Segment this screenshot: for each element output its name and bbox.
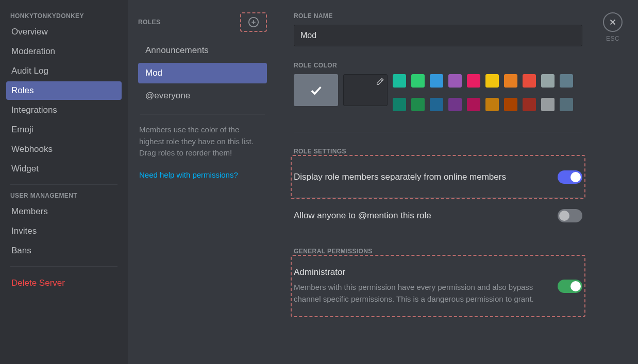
general-permissions-header: GENERAL PERMISSIONS (294, 248, 618, 255)
role-settings-header: ROLE SETTINGS (294, 148, 618, 155)
close-icon (608, 18, 617, 27)
color-swatch[interactable] (523, 74, 536, 88)
role-color-label: ROLE COLOR (294, 62, 618, 69)
role-name-label: ROLE NAME (294, 12, 618, 20)
color-swatch[interactable] (504, 98, 517, 111)
setting-allow-mention: Allow anyone to @mention this role (294, 198, 582, 234)
color-swatch[interactable] (411, 74, 425, 88)
roles-header-label: ROLES (138, 19, 160, 26)
user-management-header: USER MANAGEMENT (6, 192, 122, 202)
color-swatch[interactable] (467, 74, 480, 88)
nav-audit-log[interactable]: Audit Log (6, 62, 122, 80)
color-swatch[interactable] (560, 74, 573, 88)
sidebar-separator-2 (10, 266, 117, 267)
color-swatch[interactable] (523, 98, 536, 111)
color-palette (393, 74, 573, 116)
tutorial-highlight (291, 255, 585, 317)
nav-moderation[interactable]: Moderation (6, 42, 122, 61)
role-name-input[interactable] (294, 25, 582, 46)
color-swatch[interactable] (541, 74, 555, 88)
tutorial-highlight (291, 155, 585, 199)
color-swatch[interactable] (411, 98, 425, 111)
color-swatch[interactable] (393, 74, 406, 88)
color-swatch[interactable] (541, 98, 555, 111)
color-swatch[interactable] (448, 74, 462, 88)
color-swatch[interactable] (467, 98, 480, 111)
color-swatch[interactable] (485, 98, 499, 111)
color-default-swatch[interactable] (294, 74, 338, 106)
color-swatch[interactable] (430, 74, 443, 88)
roles-separator (140, 114, 265, 115)
color-swatch[interactable] (485, 74, 499, 88)
role-name-section: ROLE NAME (294, 12, 618, 46)
close-button[interactable] (603, 12, 623, 32)
nav-invites[interactable]: Invites (6, 222, 122, 240)
sidebar-separator (10, 184, 117, 185)
permissions-help-link[interactable]: Need help with permissions? (138, 170, 267, 179)
role-item-everyone[interactable]: @everyone (138, 85, 267, 106)
role-item-mod[interactable]: Mod (138, 63, 267, 83)
panel-divider (294, 132, 582, 132)
setting-display-separately: Display role members separately from onl… (294, 157, 582, 197)
color-swatch[interactable] (448, 98, 462, 111)
check-icon (309, 83, 323, 97)
server-name-header: HONKYTONKYDONKEY (6, 12, 122, 23)
color-custom-swatch[interactable] (343, 74, 388, 106)
eyedropper-icon (376, 78, 384, 86)
role-item-announcements[interactable]: Announcements (138, 40, 267, 61)
toggle-allow-mention[interactable] (558, 209, 582, 222)
nav-widget[interactable]: Widget (6, 160, 122, 178)
setting-mention-label: Allow anyone to @mention this role (294, 211, 549, 221)
esc-label: ESC (606, 35, 619, 42)
add-role-button[interactable] (240, 12, 267, 32)
delete-server-button[interactable]: Delete Server (6, 274, 122, 292)
color-swatch[interactable] (504, 74, 517, 88)
nav-bans[interactable]: Bans (6, 241, 122, 260)
nav-members[interactable]: Members (6, 202, 122, 221)
roles-list-column: ROLES Announcements Mod @everyone Member… (128, 0, 277, 364)
nav-webhooks[interactable]: Webhooks (6, 140, 122, 159)
nav-roles[interactable]: Roles (6, 81, 122, 100)
nav-emoji[interactable]: Emoji (6, 120, 122, 139)
roles-hint-text: Members use the color of the highest rol… (138, 124, 267, 159)
permission-administrator: Administrator Members with this permissi… (294, 257, 582, 315)
color-swatch[interactable] (430, 98, 443, 111)
nav-overview[interactable]: Overview (6, 23, 122, 41)
plus-circle-icon (248, 16, 259, 28)
close-area: ESC (603, 12, 623, 42)
role-color-section: ROLE COLOR (294, 62, 618, 116)
nav-integrations[interactable]: Integrations (6, 101, 122, 119)
color-swatch[interactable] (393, 98, 406, 111)
color-swatch[interactable] (560, 98, 573, 111)
settings-sidebar: HONKYTONKYDONKEY Overview Moderation Aud… (0, 0, 128, 364)
role-edit-panel: ESC ROLE NAME ROLE COLOR ROLE SETTINGS (277, 0, 638, 364)
